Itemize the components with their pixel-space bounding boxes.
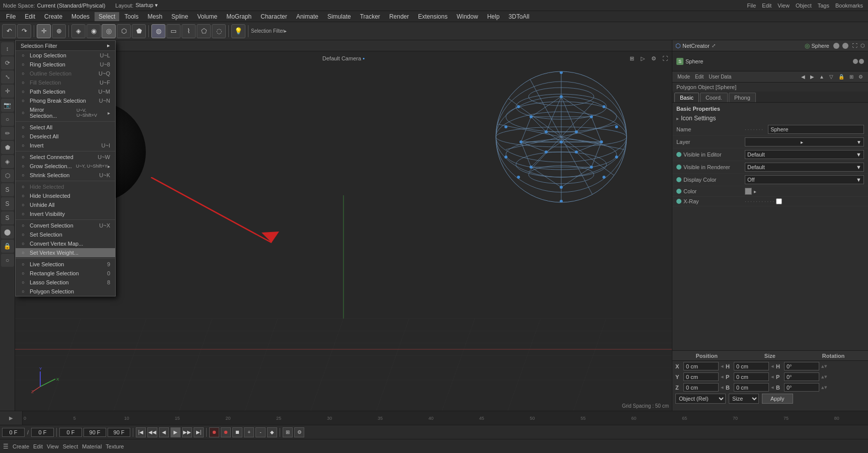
layout-value[interactable]: Startup ▾ bbox=[135, 2, 158, 9]
mat-menu-view[interactable]: View bbox=[47, 443, 59, 449]
light-btn[interactable]: 💡 bbox=[231, 24, 245, 38]
menu-3dtall[interactable]: 3DToAll bbox=[504, 12, 533, 21]
sidebar-rotate-icon[interactable]: ⟳ bbox=[1, 56, 14, 69]
attr-lock-btn[interactable]: 🔒 bbox=[836, 73, 846, 80]
attr-expand-btn[interactable]: ⊞ bbox=[847, 73, 855, 80]
select-connected-item[interactable]: ○ Select Connected U~W bbox=[16, 153, 115, 162]
tab-coord[interactable]: Coord. bbox=[700, 93, 728, 102]
display-color-dropdown[interactable]: Off ▼ bbox=[745, 175, 864, 184]
live-selection-menu-item[interactable]: ○ Live Selection 9 bbox=[16, 260, 115, 269]
size-y-input[interactable] bbox=[734, 372, 769, 381]
menu-spline[interactable]: Spline bbox=[167, 12, 192, 21]
attr-user-data-btn[interactable]: User Data bbox=[707, 73, 733, 80]
menu-animate[interactable]: Animate bbox=[292, 12, 322, 21]
top-bar-tags[interactable]: Tags bbox=[816, 2, 831, 9]
color-arrow[interactable]: ▸ bbox=[754, 189, 756, 194]
timeline-ruler[interactable]: 0 5 10 15 20 25 30 35 40 45 50 55 60 65 … bbox=[23, 411, 868, 425]
display-color-radio[interactable] bbox=[676, 177, 681, 182]
timeline-settings-btn[interactable]: ⚙ bbox=[294, 427, 304, 437]
auto-key-btn[interactable]: ⏹ bbox=[232, 427, 242, 437]
invert-item[interactable]: ○ Invert U~I bbox=[16, 141, 115, 150]
unhide-all-item[interactable]: ○ Unhide All bbox=[16, 200, 115, 209]
icon-settings-row[interactable]: ▸ Icon Settings bbox=[672, 113, 868, 123]
prev-frame-btn[interactable]: ◀◀ bbox=[147, 427, 157, 437]
sidebar-rigging-icon[interactable]: S bbox=[1, 183, 14, 196]
rotate-tool-btn[interactable]: ⊕ bbox=[52, 24, 66, 38]
fps-input[interactable] bbox=[31, 428, 54, 437]
mat-menu-toggle[interactable]: ☰ bbox=[3, 443, 9, 450]
hide-unselected-item[interactable]: ○ Hide Unselected bbox=[16, 191, 115, 200]
set-vertex-weight-item[interactable]: ○ Set Vertex Weight... bbox=[16, 248, 115, 257]
viewport-area[interactable]: ☰ View Cameras Display Perspective Defau… bbox=[15, 40, 672, 411]
sidebar-camera-icon[interactable]: 📷 bbox=[1, 99, 14, 112]
fill-selection-item[interactable]: ○ Fill Selection U~F bbox=[16, 78, 115, 87]
menu-file[interactable]: File bbox=[2, 12, 20, 21]
menu-mesh[interactable]: Mesh bbox=[143, 12, 166, 21]
obj-list-row[interactable]: S Sphere bbox=[674, 57, 866, 66]
pos-z-input[interactable] bbox=[683, 383, 719, 392]
attr-filter-btn[interactable]: ▽ bbox=[827, 73, 835, 80]
sidebar-deform-icon[interactable]: ⬡ bbox=[1, 169, 14, 182]
poly-sel-btn[interactable]: ⬠ bbox=[197, 24, 211, 38]
vis-renderer-radio[interactable] bbox=[676, 165, 681, 170]
record-active-btn[interactable]: ⏺ bbox=[221, 427, 231, 437]
visible-editor-dropdown[interactable]: Default ▼ bbox=[745, 150, 864, 159]
shrink-selection-item[interactable]: ○ Shrink Selection U~K bbox=[16, 171, 115, 180]
deselect-all-item[interactable]: ○ Deselect All bbox=[16, 132, 115, 141]
sidebar-scale-icon[interactable]: ⤡ bbox=[1, 70, 14, 84]
top-bar-view[interactable]: View bbox=[775, 2, 792, 9]
top-bar-edit[interactable]: Edit bbox=[760, 2, 773, 9]
menu-modes[interactable]: Modes bbox=[67, 12, 94, 21]
set-selection-item[interactable]: ○ Set Selection bbox=[16, 230, 115, 239]
sidebar-lock-icon[interactable]: 🔒 bbox=[1, 240, 14, 253]
menu-header[interactable]: Selection Filter ▸ bbox=[16, 41, 115, 51]
live-sel-btn[interactable]: ◍ bbox=[151, 24, 165, 38]
menu-select[interactable]: Select bbox=[95, 12, 119, 21]
color-swatch[interactable] bbox=[745, 188, 752, 195]
sidebar-sketch-icon[interactable]: ✏ bbox=[1, 127, 14, 140]
xray-radio[interactable] bbox=[676, 199, 681, 204]
end-frame-input[interactable] bbox=[83, 428, 106, 437]
vis-editor-radio[interactable] bbox=[676, 152, 681, 157]
polygon-selection-item[interactable]: ○ Polygon Selection bbox=[16, 287, 115, 296]
menu-simulate[interactable]: Simulate bbox=[323, 12, 355, 21]
select-all-item[interactable]: ○ Select All bbox=[16, 123, 115, 132]
rect-sel-btn[interactable]: ▭ bbox=[166, 24, 181, 38]
top-bar-file[interactable]: File bbox=[745, 2, 758, 9]
sidebar-paint-icon[interactable]: ⬟ bbox=[1, 141, 14, 154]
play-btn[interactable]: ▶ bbox=[170, 427, 181, 437]
sidebar-transform-icon[interactable]: ✛ bbox=[1, 85, 14, 98]
next-btn[interactable]: ▶| bbox=[194, 427, 204, 437]
key-add-btn[interactable]: + bbox=[244, 427, 254, 437]
mat-menu-edit[interactable]: Edit bbox=[33, 443, 43, 449]
frame-input[interactable] bbox=[2, 428, 25, 437]
menu-tools[interactable]: Tools bbox=[120, 12, 142, 21]
vis-dot-2[interactable] bbox=[859, 59, 864, 64]
size-z-input[interactable] bbox=[734, 383, 769, 392]
mat-menu-create[interactable]: Create bbox=[13, 443, 29, 449]
layer-btn-right[interactable]: ▸ bbox=[801, 139, 803, 145]
invert-visibility-item[interactable]: ○ Invert Visibility bbox=[16, 209, 115, 218]
attr-forward-btn[interactable]: ▶ bbox=[808, 73, 816, 80]
vp-render-icon[interactable]: ▷ bbox=[638, 53, 648, 63]
loop-selection-item[interactable]: ○ Loop Selection U~L bbox=[16, 51, 115, 60]
outline-selection-item[interactable]: ○ Outline Selection U~Q bbox=[16, 69, 115, 78]
sidebar-arrow-icon[interactable]: ↕ bbox=[1, 42, 14, 55]
ring-selection-item[interactable]: ○ Ring Selection U~8 bbox=[16, 60, 115, 69]
key-remove-btn[interactable]: - bbox=[255, 427, 266, 437]
menu-window[interactable]: Window bbox=[453, 12, 482, 21]
tab-phong[interactable]: Phong bbox=[729, 93, 756, 102]
key-mode-btn[interactable]: ◆ bbox=[267, 427, 277, 437]
color-radio[interactable] bbox=[676, 189, 681, 194]
prev-btn[interactable]: ◀ bbox=[159, 427, 169, 437]
go-start-btn[interactable]: |◀ bbox=[136, 427, 146, 437]
sidebar-light-icon[interactable]: ○ bbox=[1, 113, 14, 126]
visible-renderer-dropdown[interactable]: Default ▼ bbox=[745, 163, 864, 172]
menu-character[interactable]: Character bbox=[256, 12, 291, 21]
attr-mode-btn[interactable]: Mode bbox=[675, 73, 692, 80]
layer-btn-down[interactable]: ▼ bbox=[856, 139, 861, 145]
edge-mode-btn[interactable]: ⬡ bbox=[117, 24, 131, 38]
attr-up-btn[interactable]: ▲ bbox=[817, 73, 826, 80]
menu-extensions[interactable]: Extensions bbox=[414, 12, 452, 21]
path-selection-item[interactable]: ○ Path Selection U~M bbox=[16, 87, 115, 96]
